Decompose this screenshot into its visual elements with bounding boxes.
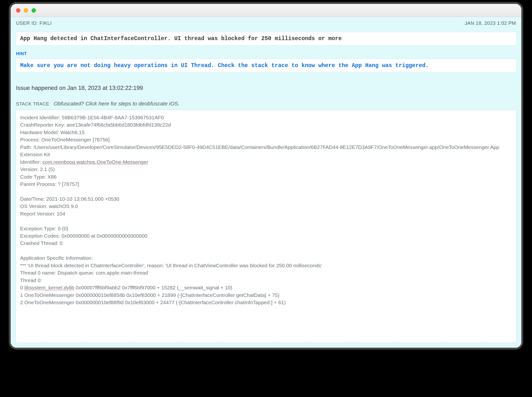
- stack-line: Process: OneToOneMessenger [78756]: [20, 136, 512, 143]
- deobfuscate-link[interactable]: Obfuscated? Click here for steps to deob…: [54, 101, 180, 107]
- stack-line: Exception Codes: 0x00000000 at 0x0000000…: [20, 232, 512, 240]
- stack-line: CrashReporter Key: aee13eafe74f66cfa5bb6…: [20, 121, 512, 129]
- stack-line: Path: /Users/user/Library/Developer/Core…: [20, 144, 512, 158]
- stack-trace-box[interactable]: Incident Identifier: 59B6379B-1E56-4B4F-…: [16, 110, 516, 343]
- stack-line: *** 'UI thread block detected in ChatInt…: [20, 262, 512, 269]
- stack-line: Incident Identifier: 59B6379B-1E56-4B4F-…: [20, 114, 512, 121]
- stack-line: Thread 0 name: Dispatch queue: com.apple…: [20, 269, 512, 276]
- content: USER ID: FIKLI JAN 18, 2023 1:02 PM App …: [11, 17, 521, 348]
- stack-line: Crashed Thread: 0: [20, 240, 512, 247]
- error-message: App Hang detected in ChatInterfaceContro…: [20, 35, 342, 42]
- stack-line: Date/Time: 2021-10-10 13:06:51.000 +0530: [20, 195, 512, 203]
- hint-label: HINT: [16, 51, 516, 56]
- header-timestamp: JAN 18, 2023 1:02 PM: [465, 20, 516, 26]
- zoom-icon[interactable]: [32, 8, 36, 13]
- stack-line: Exception Type: 0 (0): [20, 225, 512, 232]
- stack-line: Identifier: com.reenboog.watchos.OneToOn…: [20, 158, 512, 166]
- hint-box: Make sure you are not doing heavy operat…: [16, 59, 516, 72]
- stack-trace-label: STACK TRACE: [16, 101, 49, 106]
- stack-line-suffix: 0x00007fff6bf9abb2 0x7fff6bf97000 + 1528…: [74, 285, 232, 290]
- stack-line: Application Specific Information:: [20, 254, 512, 262]
- stack-line: OS Version: watchOS 9.0: [20, 203, 512, 210]
- stack-line: Version: 2.1 (5): [20, 166, 512, 173]
- stack-line-prefix: Identifier:: [20, 159, 42, 165]
- stack-trace-header: STACK TRACE Obfuscated? Click here for s…: [11, 93, 521, 109]
- minimize-icon[interactable]: [24, 8, 28, 13]
- user-id-label: USER ID: FIKLI: [16, 20, 52, 26]
- stack-line: Report Version: 104: [20, 210, 512, 217]
- stack-line: 2 OneToOneMessenger 0x000000010ef88f9d 0…: [20, 299, 512, 306]
- hint-text: Make sure you are not doing heavy operat…: [20, 62, 429, 69]
- bundle-identifier: com.reenboog.watchos.OneToOne-Messenger: [42, 159, 148, 165]
- error-message-box: App Hang detected in ChatInterfaceContro…: [16, 32, 516, 45]
- stack-line: 0 libsystem_kernel.dylib 0x00007fff6bf9a…: [20, 284, 512, 291]
- stack-line: 1 OneToOneMessenger 0x000000010ef8858b 0…: [20, 292, 512, 299]
- close-icon[interactable]: [16, 8, 20, 13]
- stack-line-prefix: 0: [20, 285, 25, 290]
- app-window: USER ID: FIKLI JAN 18, 2023 1:02 PM App …: [11, 4, 521, 348]
- window-titlebar: [11, 4, 521, 17]
- stack-line: Parent Process: ? [78757]: [20, 181, 512, 188]
- dylib-name: libsystem_kernel.dylib: [25, 285, 74, 290]
- meta-header: USER ID: FIKLI JAN 18, 2023 1:02 PM: [11, 17, 521, 29]
- stack-line: Code Type: X86: [20, 173, 512, 181]
- stack-line: Hardware Model: Watch6,15: [20, 129, 512, 136]
- error-panel: App Hang detected in ChatInterfaceContro…: [11, 29, 521, 77]
- issue-timestamp-line: Issue happened on Jan 18, 2023 at 13:02:…: [11, 77, 521, 93]
- spacer: [11, 343, 521, 348]
- stack-line: Thread 0:: [20, 277, 512, 284]
